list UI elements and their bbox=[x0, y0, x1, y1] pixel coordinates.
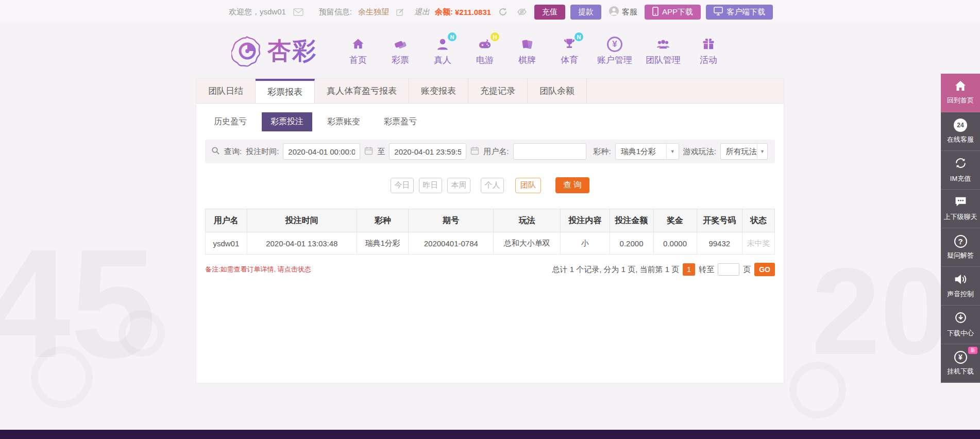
col-lottery: 彩种 bbox=[357, 209, 409, 232]
recharge-button[interactable]: 充值 bbox=[534, 5, 565, 20]
nav-item-live[interactable]: N 真人 bbox=[428, 36, 457, 66]
subtab-lottery-account-change[interactable]: 彩票账变 bbox=[318, 112, 369, 131]
col-issue: 期号 bbox=[409, 209, 494, 232]
sidebar-item-faq[interactable]: ? 疑问解答 bbox=[941, 228, 980, 267]
goto-page-input[interactable] bbox=[718, 263, 739, 276]
sidebar-item-download-center[interactable]: 下载中心 bbox=[941, 306, 980, 344]
nav-item-home[interactable]: 首页 bbox=[344, 36, 373, 66]
nav-label: 活动 bbox=[700, 54, 717, 66]
edit-icon[interactable] bbox=[396, 8, 404, 16]
mail-icon[interactable] bbox=[293, 8, 303, 16]
sidebar-item-chat[interactable]: 上下级聊天 bbox=[941, 190, 980, 228]
calendar-icon[interactable] bbox=[470, 146, 479, 157]
col-bet-content: 投注内容 bbox=[561, 209, 610, 232]
logout-link[interactable]: 退出 bbox=[414, 7, 430, 17]
sidebar-label: 声音控制 bbox=[947, 290, 974, 299]
search-bar: 查询: 投注时间: 至 用户名: 彩种: 瑞典1分彩 ▼ 游戏玩法: 所有玩法 … bbox=[205, 140, 775, 163]
site-logo[interactable]: 杏彩 bbox=[231, 35, 317, 67]
cell-status[interactable]: 未中奖 bbox=[742, 232, 774, 255]
sidebar-item-sound[interactable]: 声音控制 bbox=[941, 267, 980, 306]
circular-arrows-icon bbox=[954, 157, 967, 171]
play-type-label: 游戏玩法: bbox=[683, 147, 716, 157]
balance-label: 余额: bbox=[435, 7, 453, 17]
sidebar-label: IM充值 bbox=[950, 174, 971, 183]
subtab-history-profit[interactable]: 历史盈亏 bbox=[205, 112, 256, 131]
filter-team-button[interactable]: 团队 bbox=[515, 178, 541, 193]
cell-lottery: 瑞典1分彩 bbox=[357, 232, 409, 255]
app-download-button[interactable]: APP下载 bbox=[645, 5, 701, 20]
calendar-icon[interactable] bbox=[364, 146, 373, 157]
tab-account-change-report[interactable]: 账变报表 bbox=[409, 79, 468, 103]
table-row: ysdw01 2020-04-01 13:03:48 瑞典1分彩 2020040… bbox=[206, 232, 775, 255]
withdraw-button[interactable]: 提款 bbox=[570, 5, 601, 20]
filter-yesterday-button[interactable]: 昨日 bbox=[419, 178, 442, 193]
username-input[interactable] bbox=[513, 143, 586, 160]
sub-tabbar: 历史盈亏 彩票投注 彩票账变 彩票盈亏 bbox=[196, 104, 784, 136]
lottery-type-label: 彩种: bbox=[594, 147, 611, 157]
nav-item-egames[interactable]: H 电游 bbox=[470, 36, 499, 66]
nav-item-sports[interactable]: N 体育 bbox=[555, 36, 584, 66]
query-submit-button[interactable]: 查 询 bbox=[555, 177, 589, 193]
subtab-lottery-bets[interactable]: 彩票投注 bbox=[262, 112, 312, 131]
gamepad-icon: H bbox=[476, 36, 494, 53]
client-download-label: 客户端下载 bbox=[726, 7, 765, 17]
header-inner: 杏彩 首页 彩票 N 真人 bbox=[196, 35, 784, 67]
sidebar-item-im-recharge[interactable]: IM充值 bbox=[941, 151, 980, 190]
background-ball bbox=[31, 346, 93, 408]
tab-live-sports-report[interactable]: 真人体育盈亏报表 bbox=[315, 79, 409, 103]
welcome-text: 欢迎您，ysdw01 bbox=[229, 7, 286, 17]
topbar-inner: 欢迎您，ysdw01 预留信息: 余生独望 退出 余额: ¥211.0831 充… bbox=[196, 5, 784, 20]
sidebar-item-back-home[interactable]: 回到首页 bbox=[941, 74, 980, 112]
cell-draw-number: 99432 bbox=[697, 232, 742, 255]
report-tabbar: 团队日结 彩票报表 真人体育盈亏报表 账变报表 充提记录 团队余额 bbox=[196, 79, 784, 104]
tab-deposit-withdraw-records[interactable]: 充提记录 bbox=[468, 79, 528, 103]
customer-service-link[interactable]: 客服 bbox=[609, 6, 637, 18]
sidebar-label: 挂机下载 bbox=[947, 367, 974, 376]
go-button[interactable]: GO bbox=[754, 263, 775, 276]
cell-bet-amount: 0.2000 bbox=[610, 232, 653, 255]
start-time-input[interactable] bbox=[283, 143, 360, 160]
sidebar-item-online-service[interactable]: 24 在线客服 bbox=[941, 112, 980, 151]
monitor-icon bbox=[714, 7, 723, 17]
filter-personal-button[interactable]: 个人 bbox=[481, 178, 504, 193]
nav-item-account[interactable]: ¥ 账户管理 bbox=[597, 36, 632, 66]
end-time-input[interactable] bbox=[389, 143, 466, 160]
query-label: 查询: bbox=[224, 147, 242, 157]
filter-thisweek-button[interactable]: 本周 bbox=[447, 178, 470, 193]
current-page-button[interactable]: 1 bbox=[683, 263, 695, 276]
filter-today-button[interactable]: 今日 bbox=[391, 178, 414, 193]
lottery-type-select[interactable]: 瑞典1分彩 ▼ bbox=[615, 143, 679, 160]
refresh-balance-icon[interactable] bbox=[498, 7, 508, 16]
balance: 余额: ¥211.0831 bbox=[435, 7, 491, 17]
sidebar-label: 回到首页 bbox=[947, 96, 974, 105]
subtab-lottery-profit[interactable]: 彩票盈亏 bbox=[375, 112, 426, 131]
col-play: 玩法 bbox=[494, 209, 561, 232]
yuan-coin-icon: ¥ bbox=[607, 36, 622, 53]
chevron-down-icon: ▼ bbox=[666, 144, 679, 159]
note-text: 备注:如需查看订单详情, 请点击状态 bbox=[205, 265, 311, 274]
main-panel: 团队日结 彩票报表 真人体育盈亏报表 账变报表 充提记录 团队余额 历史盈亏 彩… bbox=[196, 78, 784, 383]
col-bet-time: 投注时间 bbox=[247, 209, 357, 232]
tab-team-daily[interactable]: 团队日结 bbox=[196, 79, 256, 103]
play-type-select[interactable]: 所有玩法 ▼ bbox=[720, 143, 768, 160]
sidebar-item-hangup-download[interactable]: 新 ¥ 挂机下载 bbox=[941, 344, 980, 383]
nav-item-lottery[interactable]: 彩票 bbox=[386, 36, 415, 66]
tab-team-balance[interactable]: 团队余额 bbox=[528, 79, 587, 103]
bets-table: 用户名 投注时间 彩种 期号 玩法 投注内容 投注金额 奖金 开奖号码 状态 y… bbox=[205, 209, 775, 255]
new-badge: 新 bbox=[968, 347, 977, 354]
ticket-icon bbox=[392, 36, 409, 53]
client-download-button[interactable]: 客户端下载 bbox=[706, 5, 773, 20]
col-status: 状态 bbox=[742, 209, 774, 232]
nav-item-team[interactable]: 团队管理 bbox=[646, 36, 681, 66]
nav-item-promotions[interactable]: 活动 bbox=[694, 36, 723, 66]
home-icon bbox=[350, 36, 366, 53]
reserved-info-value[interactable]: 余生独望 bbox=[358, 7, 389, 17]
nav-item-cards[interactable]: 棋牌 bbox=[513, 36, 542, 66]
tab-lottery-report[interactable]: 彩票报表 bbox=[256, 79, 315, 103]
hide-balance-icon[interactable] bbox=[517, 8, 527, 16]
nav-label: 电游 bbox=[476, 54, 494, 66]
nav-label: 棋牌 bbox=[518, 54, 536, 66]
sidebar-label: 下载中心 bbox=[947, 329, 974, 338]
col-draw-number: 开奖号码 bbox=[697, 209, 742, 232]
table-footer: 备注:如需查看订单详情, 请点击状态 总计 1 个记录, 分为 1 页, 当前第… bbox=[205, 263, 775, 276]
